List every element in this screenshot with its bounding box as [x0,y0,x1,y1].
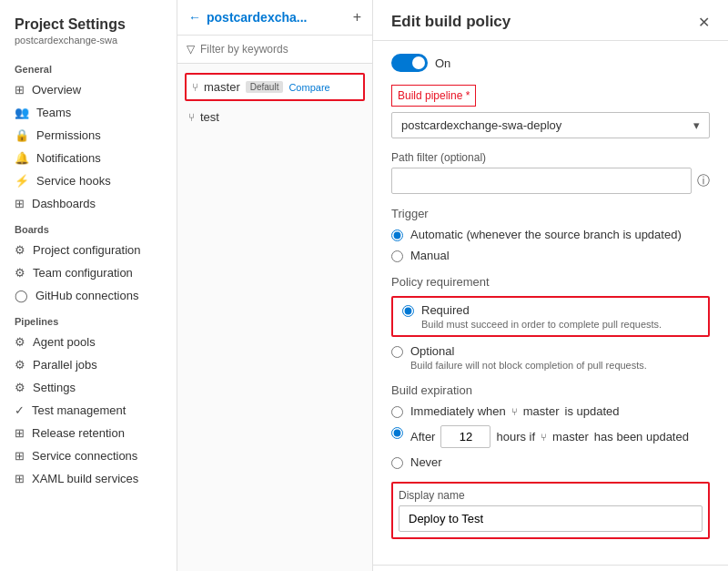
filter-icon: ▽ [187,43,195,56]
sidebar-item-label: Project configuration [33,243,141,257]
panel-header: Edit build policy ✕ [373,0,728,41]
build-pipeline-value: postcardexchange-swa-deploy [401,118,561,132]
team-config-icon: ⚙ [15,266,25,280]
sidebar-item-release-retention[interactable]: ⊞ Release retention [0,422,177,444]
master-text-1: master [523,404,560,418]
build-pipeline-label: Build pipeline * [391,85,476,107]
sidebar-item-label: Teams [36,106,71,119]
sidebar-item-label: Service connections [32,449,137,463]
service-connections-icon: ⊞ [15,449,25,463]
never-label: Never [410,455,442,469]
sidebar-item-xaml-build[interactable]: ⊞ XAML build services [0,467,177,490]
sidebar-item-label: XAML build services [32,472,138,485]
sidebar-item-github[interactable]: ◯ GitHub connections [0,284,177,307]
bottom-actions: Save Cancel [373,565,728,571]
enabled-toggle[interactable] [391,54,428,72]
overview-icon: ⊞ [15,83,25,97]
sidebar-item-teams[interactable]: 👥 Teams [0,101,177,124]
sidebar-item-parallel-jobs[interactable]: ⚙ Parallel jobs [0,353,177,376]
sidebar-item-service-connections[interactable]: ⊞ Service connections [0,444,177,467]
sidebar-item-team-config[interactable]: ⚙ Team configuration [0,261,177,284]
immediately-text: Immediately when [410,404,506,418]
sidebar-item-test-management[interactable]: ✓ Test management [0,399,177,422]
expiration-after-radio[interactable] [391,427,403,439]
sidebar-item-label: GitHub connections [35,289,138,302]
filter-input[interactable] [200,43,363,56]
sidebar-item-label: Parallel jobs [33,358,97,372]
branch-icon-expiration1: ⑂ [511,406,518,417]
release-retention-icon: ⊞ [15,426,25,440]
required-label: Required [421,303,662,317]
branch-name-test: test [200,110,219,124]
branch-list: ⑂ master Default Compare ⑂ test [177,64,372,135]
notifications-icon: 🔔 [15,151,29,165]
sidebar-item-service-hooks[interactable]: ⚡ Service hooks [0,169,177,192]
back-button[interactable]: ← [188,10,201,25]
section-general: General [0,55,177,78]
branch-name-master: master [204,80,240,94]
middle-header: ← postcardexcha... + [177,0,372,36]
build-pipeline-select[interactable]: postcardexchange-swa-deploy ▾ [391,112,710,138]
project-settings-subtitle: postcardexchange-swa [0,35,177,55]
compare-link[interactable]: Compare [288,82,329,93]
github-icon: ◯ [15,289,28,302]
sidebar-item-label: Service hooks [36,174,111,188]
policy-requirement-group: Policy requirement Required Build must s… [391,275,710,371]
optional-label: Optional [410,344,647,358]
expiration-hours-input[interactable] [440,425,490,448]
display-name-label: Display name [399,489,703,502]
xaml-build-icon: ⊞ [15,472,25,485]
sidebar-item-overview[interactable]: ⊞ Overview [0,78,177,101]
panel-title: Edit build policy [391,13,511,31]
expiration-never-radio[interactable] [391,457,403,469]
project-config-icon: ⚙ [15,243,25,257]
branch-item-test[interactable]: ⑂ test [177,105,372,129]
test-management-icon: ✓ [15,403,25,417]
sidebar-item-label: Overview [32,83,81,97]
add-branch-button[interactable]: + [353,9,361,25]
sidebar-item-dashboards[interactable]: ⊞ Dashboards [0,192,177,215]
project-settings-title: Project Settings [0,9,177,35]
sidebar-item-agent-pools[interactable]: ⚙ Agent pools [0,331,177,353]
sidebar-item-label: Team configuration [33,266,133,280]
optional-radio[interactable] [391,346,403,358]
close-button[interactable]: ✕ [698,14,710,31]
settings-icon: ⚙ [15,381,25,394]
trigger-manual-option: Manual [391,249,710,262]
trigger-group: Trigger Automatic (whenever the source b… [391,207,710,262]
hours-text: hours if [496,430,535,444]
is-updated-text: is updated [565,404,620,418]
build-pipeline-group: Build pipeline * postcardexchange-swa-de… [391,85,710,138]
sidebar-item-label: Notifications [36,151,101,165]
sidebar-item-notifications[interactable]: 🔔 Notifications [0,147,177,169]
expiration-immediately-option: Immediately when ⑂ master is updated [391,404,710,418]
trigger-manual-radio[interactable] [391,250,403,262]
path-filter-info-icon[interactable]: ⓘ [697,173,710,189]
trigger-automatic-radio[interactable] [391,229,403,241]
path-filter-label: Path filter (optional) [391,151,710,164]
teams-icon: 👥 [15,106,29,119]
display-name-input[interactable] [399,505,703,532]
sidebar-item-label: Settings [33,381,76,394]
expiration-immediately-radio[interactable] [391,406,403,418]
agent-pools-icon: ⚙ [15,335,25,349]
policy-requirement-label: Policy requirement [391,275,710,289]
build-expiration-group: Build expiration Immediately when ⑂ mast… [391,383,710,469]
branch-icon-expiration2: ⑂ [541,432,547,443]
required-radio[interactable] [402,305,414,317]
branch-item-master[interactable]: ⑂ master Default Compare [192,76,358,97]
default-badge: Default [246,81,284,93]
trigger-label: Trigger [391,207,710,220]
after-text: After [410,430,435,444]
service-hooks-icon: ⚡ [15,174,29,188]
trigger-automatic-option: Automatic (whenever the source branch is… [391,228,710,241]
optional-sublabel: Build failure will not block completion … [410,360,647,371]
sidebar-item-permissions[interactable]: 🔒 Permissions [0,124,177,147]
expiration-never-option: Never [391,455,710,469]
sidebar-item-project-config[interactable]: ⚙ Project configuration [0,239,177,261]
sidebar: Project Settings postcardexchange-swa Ge… [0,0,177,571]
master-text-2: master [552,430,589,444]
sidebar-item-settings[interactable]: ⚙ Settings [0,376,177,399]
display-name-group: Display name [391,482,710,539]
path-filter-input[interactable] [391,168,692,194]
